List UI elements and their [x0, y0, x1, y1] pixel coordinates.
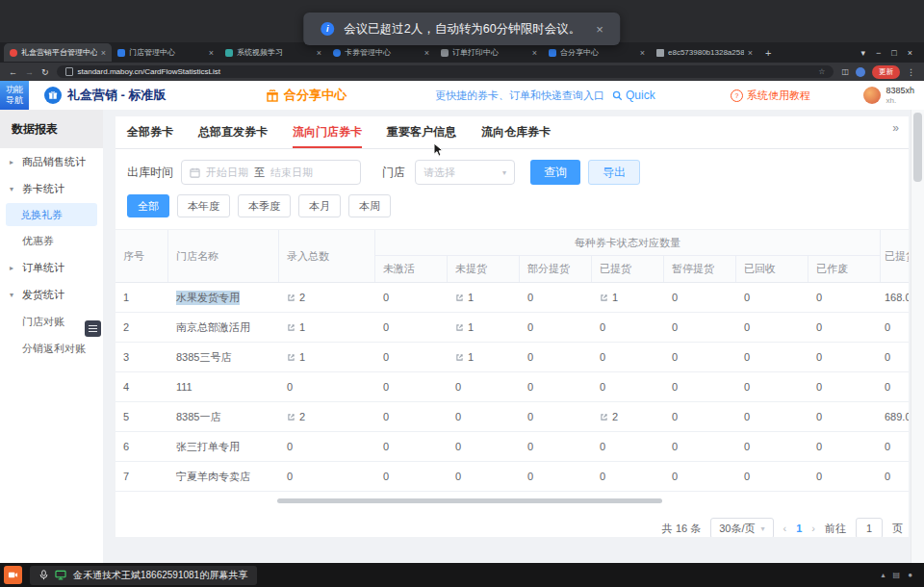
tray-network-icon[interactable]: ▤ [893, 571, 901, 579]
page-number-1[interactable]: 1 [796, 523, 802, 534]
sidebar-item-rebate-reconcile[interactable]: 分销返利对账 [0, 335, 103, 362]
cell-total: 0 [279, 462, 375, 491]
browser-tab[interactable]: 卡券管理中心 × [327, 43, 435, 62]
col-not-picked: 未提货 [448, 256, 520, 282]
tab-close-icon[interactable]: × [317, 48, 321, 58]
tab-close-icon[interactable]: × [209, 48, 214, 58]
meeting-app-icon[interactable] [4, 566, 22, 584]
col-partial: 部分提货 [520, 256, 592, 282]
cell-inactive: 0 [375, 432, 448, 461]
table-row[interactable]: 2 南京总部激活用 1 0 1 0 0 0 0 0 0 [116, 313, 909, 343]
page-size-select[interactable]: 30条/页 ▾ [710, 518, 773, 537]
horizontal-scrollbar-thumb[interactable] [277, 498, 662, 503]
bookmark-star-icon[interactable]: ☆ [818, 67, 825, 76]
sidebar-item-exchange-coupon[interactable]: 兑换礼券 [6, 203, 97, 226]
tab-warehouse-flow[interactable]: 流向仓库券卡 [481, 116, 551, 148]
tab-close-icon[interactable]: × [101, 48, 106, 58]
table-row[interactable]: 3 8385三号店 1 0 1 0 0 0 0 0 0 [116, 343, 909, 372]
cell-recycled: 0 [736, 343, 808, 371]
detail-link-icon[interactable] [600, 294, 608, 302]
sidebar-item-product-sales[interactable]: ▸ 商品销售统计 [0, 148, 103, 175]
quick-filter-week[interactable]: 本周 [348, 194, 391, 217]
browser-tab[interactable]: 门店管理中心 × [112, 43, 219, 62]
sidebar-collapse-handle[interactable] [85, 320, 101, 337]
sidebar-item-discount-coupon[interactable]: 优惠券 [0, 227, 103, 254]
detail-link-icon[interactable] [287, 413, 295, 421]
cell-index: 3 [116, 343, 168, 371]
export-button[interactable]: 导出 [588, 160, 640, 185]
browser-tab[interactable]: e8c573980b1328a2586d2e6 × [651, 43, 758, 62]
col-picked: 已提货 [592, 256, 664, 282]
browser-profile-avatar[interactable] [856, 67, 865, 77]
function-nav-toggle[interactable]: 功能 导航 [0, 81, 29, 110]
maximize-button[interactable]: □ [891, 48, 896, 58]
sidebar-item-shipping-stats[interactable]: ▾ 发货统计 [0, 281, 103, 308]
user-account[interactable]: 8385xh xh. [863, 86, 914, 105]
forward-icon[interactable]: → [25, 67, 34, 77]
sidebar-item-order-stats[interactable]: ▸ 订单统计 [0, 254, 103, 281]
cell-partial: 0 [520, 283, 592, 312]
page-scrollbar-thumb[interactable] [913, 113, 922, 182]
tutorial-link[interactable]: ? 系统使用教程 [731, 89, 810, 103]
extensions-icon[interactable]: ◫ [841, 67, 849, 76]
goto-page-input[interactable]: 1 [856, 518, 883, 537]
info-icon: i [321, 22, 334, 36]
quick-filter-year[interactable]: 本年度 [177, 194, 230, 217]
detail-link-icon[interactable] [455, 323, 464, 332]
tab-all-cards[interactable]: 全部券卡 [127, 116, 173, 148]
browser-update-button[interactable]: 更新 [872, 65, 900, 79]
prev-page-button[interactable]: ‹ [783, 523, 787, 534]
tab-key-customers[interactable]: 重要客户信息 [387, 116, 456, 148]
minimize-button[interactable]: − [876, 48, 881, 58]
microphone-icon[interactable] [39, 570, 48, 580]
back-icon[interactable]: ← [9, 67, 17, 77]
quick-search-button[interactable]: Quick [612, 89, 655, 102]
tab-close-icon[interactable]: × [532, 48, 537, 58]
cell-partial: 0 [520, 492, 592, 498]
sidebar-item-card-stats[interactable]: ▾ 券卡统计 [0, 175, 103, 202]
browser-menu-icon[interactable]: ⋮ [907, 67, 915, 77]
page-info-icon[interactable] [65, 67, 73, 76]
table-row[interactable]: 7 宁夏羊肉专卖店 0 0 0 0 0 0 0 0 0 [116, 462, 909, 492]
browser-tab[interactable]: 合分享中心 × [543, 43, 651, 62]
quick-filter-quarter[interactable]: 本季度 [238, 194, 291, 217]
table-row[interactable]: 4 111 0 0 0 0 0 0 0 0 0 [116, 372, 909, 402]
store-select[interactable]: 请选择 ▾ [415, 160, 515, 185]
tab-close-icon[interactable]: × [748, 48, 753, 58]
search-button[interactable]: 查询 [530, 160, 580, 185]
table-row[interactable]: 1 水果发货专用 2 0 1 0 1 0 0 0 168.0 [116, 283, 909, 313]
share-center-link[interactable]: 合分享中心 [266, 87, 346, 104]
tab-close-icon[interactable]: × [640, 48, 645, 58]
date-range-input[interactable]: 开始日期 至 结束日期 [181, 160, 361, 185]
tab-search-icon[interactable]: ▾ [861, 48, 866, 58]
detail-link-icon[interactable] [287, 294, 295, 302]
tab-close-icon[interactable]: × [424, 48, 429, 58]
table-row[interactable]: 5 8385一店 2 0 0 0 2 0 0 0 689.0 [116, 402, 909, 432]
quick-filter-month[interactable]: 本月 [298, 194, 341, 217]
toast-close-icon[interactable]: × [596, 22, 603, 37]
table-row[interactable]: 8 需要张三专用 5 0 0 0 4 0 0 0 1152.0 [116, 492, 909, 498]
quick-filter-all[interactable]: 全部 [127, 194, 169, 217]
refresh-icon[interactable]: ↻ [41, 67, 49, 77]
browser-tab[interactable]: 礼盒营销平台管理中心 × [4, 43, 112, 62]
app-body: 数据报表 ▸ 商品销售统计 ▾ 券卡统计 兑换礼券 优惠券 ▸ [0, 110, 924, 563]
detail-link-icon[interactable] [287, 323, 295, 332]
tray-expand-icon[interactable]: ▴ [882, 571, 886, 579]
detail-link-icon[interactable] [455, 353, 464, 362]
panel-collapse-icon[interactable]: » [892, 121, 899, 135]
url-bar[interactable]: standard.maboy.cn/CardFlowStatisticsList… [57, 65, 834, 78]
tab-store-flow[interactable]: 流向门店券卡 [293, 116, 362, 148]
browser-tab[interactable]: 系统视频学习 × [219, 43, 327, 62]
tab-hq-direct[interactable]: 总部直发券卡 [198, 116, 268, 148]
next-page-button[interactable]: › [811, 523, 815, 534]
new-tab-button[interactable]: + [765, 47, 771, 59]
detail-link-icon[interactable] [455, 294, 464, 302]
table-row[interactable]: 6 张三打单专用 0 0 0 0 0 0 0 0 0 [116, 432, 909, 462]
detail-link-icon[interactable] [287, 353, 295, 362]
close-button[interactable]: × [908, 48, 912, 58]
detail-link-icon[interactable] [600, 413, 608, 421]
col-index: 序号 [116, 230, 168, 282]
browser-tab[interactable]: 订单打印中心 × [435, 43, 543, 62]
cell-paused: 0 [664, 343, 736, 371]
tray-volume-icon[interactable]: ● [908, 571, 912, 579]
